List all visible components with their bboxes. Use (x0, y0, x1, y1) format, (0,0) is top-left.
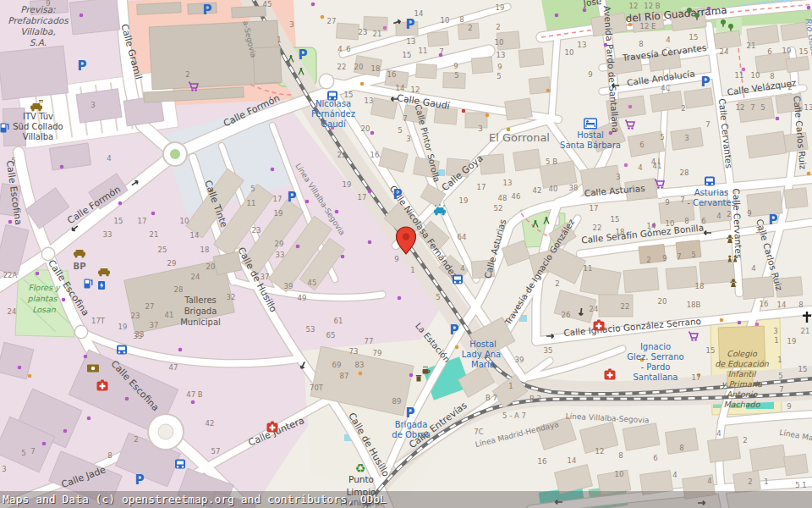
map-label: BP (74, 262, 86, 271)
building (781, 22, 808, 41)
house-number: 13 (407, 37, 416, 46)
house-number: 8 (679, 444, 683, 452)
map-label: Machado (724, 400, 761, 409)
house-number: 9 (453, 62, 458, 70)
map-label: Glez. Serrano (627, 352, 683, 362)
house-number: 4C (661, 84, 670, 92)
house-number: 19 (274, 209, 283, 218)
house-number: 7 (30, 447, 35, 456)
map-label: Ignacio (640, 342, 671, 351)
building (666, 266, 698, 289)
house-number: 10 (565, 48, 574, 57)
house-number: B 7 (486, 394, 497, 402)
house-number: 7 (403, 114, 407, 123)
house-number: 9 (588, 70, 592, 79)
map-label: Infantil (727, 369, 756, 378)
house-number: 2 (743, 436, 747, 444)
building (427, 31, 448, 47)
map-label: Talleres (184, 295, 217, 305)
map-label: Colegio (727, 349, 758, 358)
map-canvas[interactable]: 94531234522A2427232146222018161412151375… (0, 0, 812, 508)
house-number: 79 (373, 349, 382, 357)
house-number: 15 (611, 215, 620, 224)
house-number: 28 (174, 285, 184, 294)
bus-stop-icon (117, 345, 127, 355)
map-label: Santallana (633, 373, 678, 382)
house-number: 14 (414, 9, 424, 18)
house-number: 3 (616, 173, 620, 181)
map-label: Municipal (180, 318, 221, 327)
house-number: 25 (158, 246, 167, 254)
house-number: B 3 (529, 395, 541, 403)
house-number: 16 (387, 70, 397, 79)
house-number: 24 (191, 273, 200, 281)
house-number: 19 (343, 180, 352, 189)
house-number: 10 (441, 16, 450, 25)
map-label: Lady Ana (462, 350, 501, 359)
house-number: 65 (326, 331, 336, 340)
house-number: 15 (706, 346, 716, 355)
map-label: - Pardo (641, 362, 671, 372)
building (518, 48, 544, 68)
house-number: 17 (358, 193, 367, 202)
house-number: 24 (590, 305, 599, 313)
house-number: 2 (748, 478, 752, 486)
house-number: 41 (653, 162, 662, 170)
house-number: 2 (681, 104, 685, 113)
house-number: 32 (227, 293, 236, 301)
house-number: 14 (568, 456, 577, 465)
house-number: 19 (118, 323, 128, 331)
house-number: 8 (618, 451, 623, 460)
building (742, 276, 774, 299)
house-number: 5 (436, 293, 440, 301)
house-number: 4 (672, 471, 677, 479)
house-number: 2 (555, 279, 559, 288)
building (0, 46, 69, 100)
house-number: 73 (349, 347, 359, 356)
map-label: Santa Bárbara (560, 141, 621, 150)
house-number: 61 (334, 317, 343, 325)
house-number: 52 (494, 204, 503, 213)
hostel-bed-icon (584, 119, 597, 130)
house-number: 10 (751, 71, 760, 80)
svg-text:P: P (406, 406, 415, 421)
parking-icon: P (406, 406, 415, 421)
map-label: Antonio (727, 389, 759, 399)
house-number: 39 (284, 282, 294, 290)
building (471, 57, 492, 74)
house-number: 40 (549, 185, 558, 193)
house-number: 24 (8, 307, 17, 316)
house-number: 11 (247, 199, 256, 207)
house-number: 38 (569, 184, 579, 192)
house-number: 1 (277, 36, 281, 44)
house-number: 4 (707, 477, 711, 485)
house-number: 13 (578, 41, 587, 49)
map-label: El Gorronal (489, 131, 550, 144)
svg-text:P: P (78, 58, 87, 74)
bus-stop-icon (705, 177, 715, 186)
house-number: 21 (150, 230, 159, 239)
map-svg[interactable]: 94531234522A2427232146222018161412151375… (0, 0, 812, 508)
house-number: 16 (538, 457, 547, 466)
house-number: 5 - A 7 (502, 411, 526, 420)
house-number: 89 (392, 397, 402, 406)
house-number: 39 (515, 356, 524, 364)
house-number: 12 B (644, 2, 661, 10)
house-number: 12 (595, 447, 605, 456)
house-number: 6 (639, 141, 644, 149)
house-number: 7 (750, 103, 754, 112)
svg-text:P: P (393, 187, 403, 202)
bus-stop-icon (327, 91, 337, 101)
house-number: 14 (777, 301, 787, 309)
house-number: 14 (190, 231, 200, 240)
building (137, 3, 182, 15)
building (707, 437, 740, 463)
house-number: 13 (497, 51, 506, 59)
house-number: 29 (275, 240, 284, 248)
house-number: 12 (629, 2, 639, 10)
house-number: 7C (474, 428, 483, 436)
house-number: 48 (498, 194, 508, 202)
house-number: 5 (778, 372, 782, 380)
house-number: 9 (394, 255, 398, 263)
house-number: 19 (782, 47, 792, 55)
